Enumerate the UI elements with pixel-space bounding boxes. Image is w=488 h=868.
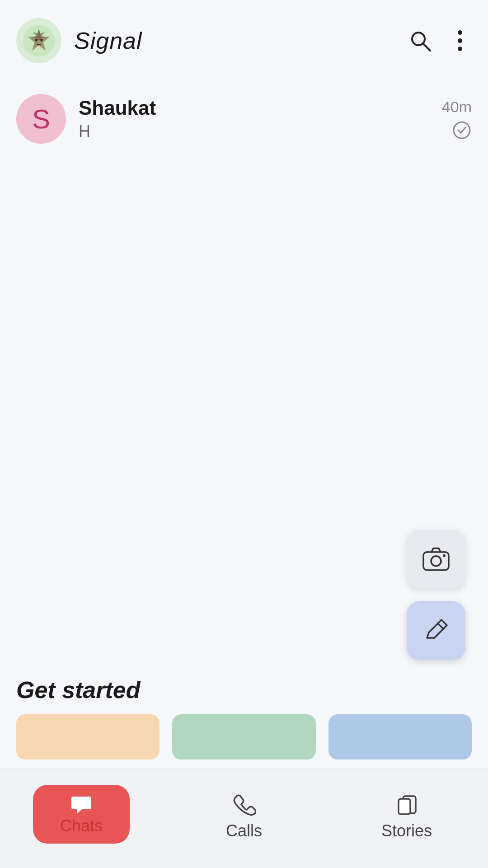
stories-icon [395,793,418,816]
chats-nav-icon [60,793,103,816]
svg-point-12 [431,556,441,566]
chat-status-icon [452,120,472,140]
search-button[interactable] [408,29,432,52]
get-started-card-1[interactable] [16,714,160,760]
svg-point-9 [458,47,462,51]
svg-line-14 [438,623,443,629]
get-started-card-2[interactable] [172,714,315,760]
get-started-card-3[interactable] [328,714,472,760]
stories-nav-label: Stories [381,821,432,840]
nav-item-stories[interactable]: Stories [325,793,488,840]
svg-point-3 [35,39,37,41]
chats-nav-label: Chats [60,816,103,835]
get-started-cards [16,714,472,760]
get-started-section: Get started [0,676,488,760]
calls-nav-icon [232,793,256,816]
fab-container [407,530,465,660]
chat-list: S Shaukat H 40m [0,72,488,165]
bottom-navigation: Chats Calls Stories [0,769,488,868]
calls-nav-label: Calls [226,821,262,840]
profile-avatar[interactable] [16,18,61,63]
profile-avatar-icon [23,25,55,57]
app-header: Signal [0,0,488,72]
nav-item-chats[interactable]: Chats [0,789,163,844]
search-icon [408,29,432,52]
nav-item-calls[interactable]: Calls [163,793,325,840]
chat-preview: H [79,122,442,141]
svg-line-6 [423,44,430,51]
chat-bubble-icon [70,793,93,816]
header-actions [408,29,472,52]
nav-chats-active-bg: Chats [33,785,130,844]
compose-icon [422,616,450,645]
chat-item[interactable]: S Shaukat H 40m [0,81,488,156]
get-started-title: Get started [16,676,472,703]
svg-point-7 [458,30,462,35]
chat-avatar-letter: S [32,104,50,135]
chat-meta: 40m [442,98,472,140]
svg-rect-16 [399,799,410,814]
camera-icon [422,545,450,574]
compose-fab-button[interactable] [407,601,465,660]
svg-point-10 [454,122,470,138]
app-title: Signal [74,27,142,54]
svg-point-4 [41,39,43,41]
stories-nav-icon [395,793,418,816]
chat-time: 40m [442,98,472,116]
chat-info: Shaukat H [79,97,442,141]
phone-icon [232,793,256,816]
more-options-button[interactable] [448,29,472,52]
svg-point-13 [443,554,446,557]
svg-point-8 [458,38,462,43]
chat-name: Shaukat [79,97,442,119]
more-options-icon [457,29,463,52]
camera-fab-button[interactable] [407,530,465,589]
chat-avatar: S [16,94,66,144]
read-receipt-icon [452,120,472,140]
